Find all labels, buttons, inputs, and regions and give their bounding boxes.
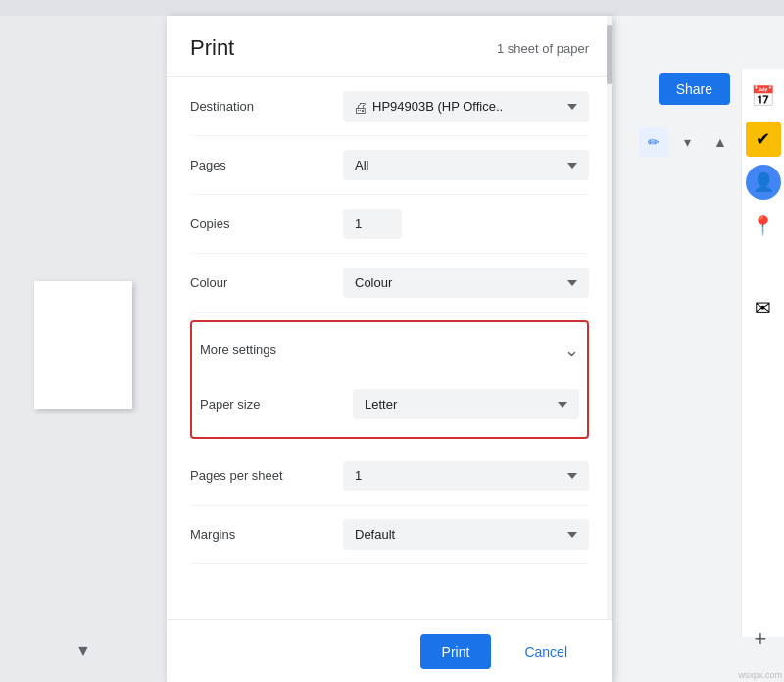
google-tasks-icon[interactable]: ✔: [746, 122, 781, 157]
print-button[interactable]: Print: [420, 634, 492, 669]
print-footer: Print Cancel: [167, 619, 612, 682]
copies-input-wrapper: 1: [343, 209, 402, 239]
copies-row: Copies 1: [190, 195, 589, 254]
print-body: Destination 🖨 HP94903B (HP Office.. Page…: [167, 77, 612, 616]
margins-select[interactable]: Default: [343, 519, 589, 550]
destination-row: Destination 🖨 HP94903B (HP Office..: [190, 77, 589, 136]
sheet-info: 1 sheet of paper: [497, 41, 589, 56]
share-button[interactable]: Share: [659, 73, 730, 105]
pages-label: Pages: [190, 158, 327, 172]
google-mail-icon[interactable]: ✉: [746, 290, 781, 325]
google-maps-icon[interactable]: 📍: [746, 208, 781, 243]
pages-per-sheet-select-wrapper: 1: [343, 461, 589, 491]
print-header: Print 1 sheet of paper: [167, 16, 612, 77]
copies-label: Copies: [190, 217, 327, 231]
paper-preview: [34, 281, 132, 409]
copies-input[interactable]: 1: [343, 209, 402, 239]
chevron-up-icon-button[interactable]: ▲: [706, 127, 735, 157]
colour-select-wrapper: Colour: [343, 268, 589, 298]
paper-size-label: Paper size: [200, 397, 337, 412]
more-settings-header[interactable]: More settings ⌃: [192, 322, 587, 375]
pages-select-wrapper: All: [343, 150, 589, 180]
more-settings-content: Paper size Letter: [192, 375, 587, 437]
paper-size-select[interactable]: Letter: [353, 389, 579, 419]
destination-label: Destination: [190, 99, 327, 114]
right-panel-icons: 📅 ✔ 👤 📍 ✉: [741, 69, 784, 637]
destination-select[interactable]: HP94903B (HP Office..: [343, 91, 589, 122]
preview-prev-button[interactable]: ▼: [72, 639, 95, 662]
pages-per-sheet-row: Pages per sheet 1: [190, 447, 589, 506]
print-title: Print: [190, 35, 234, 61]
pages-per-sheet-select[interactable]: 1: [343, 461, 589, 491]
colour-label: Colour: [190, 275, 327, 290]
watermark: wsxpx.com: [738, 670, 782, 680]
preview-navigation: ▼: [0, 639, 167, 662]
print-dialog: Print 1 sheet of paper Destination 🖨 HP9…: [167, 16, 612, 682]
toolbar-row: ✏ ▾ ▲: [639, 127, 735, 157]
paper-size-row: Paper size Letter: [192, 375, 587, 433]
cancel-button[interactable]: Cancel: [503, 634, 589, 669]
pages-per-sheet-label: Pages per sheet: [190, 468, 327, 483]
pages-select[interactable]: All: [343, 150, 589, 180]
dropdown-icon-button[interactable]: ▾: [672, 127, 702, 157]
paper-size-select-wrapper: Letter: [353, 389, 579, 419]
more-settings-chevron-icon: ⌃: [564, 338, 579, 360]
more-settings-label: More settings: [200, 342, 276, 357]
pages-row: Pages All: [190, 136, 589, 195]
google-contacts-icon[interactable]: 👤: [746, 165, 781, 200]
pencil-icon-button[interactable]: ✏: [639, 127, 668, 157]
top-bar: [0, 0, 784, 16]
margins-select-wrapper: Default: [343, 519, 589, 550]
more-settings-section: More settings ⌃ Paper size Letter: [190, 320, 589, 439]
printer-icon: 🖨: [353, 98, 368, 115]
destination-select-wrapper: 🖨 HP94903B (HP Office..: [343, 91, 589, 122]
margins-label: Margins: [190, 527, 327, 542]
colour-row: Colour Colour: [190, 254, 589, 313]
google-calendar-icon[interactable]: 📅: [746, 78, 781, 114]
print-preview-area: ▼: [0, 16, 167, 682]
add-panel-button[interactable]: +: [747, 625, 774, 653]
scrollbar[interactable]: [607, 16, 612, 682]
margins-row: Margins Default: [190, 506, 589, 564]
scrollbar-thumb: [607, 25, 612, 84]
colour-select[interactable]: Colour: [343, 268, 589, 298]
